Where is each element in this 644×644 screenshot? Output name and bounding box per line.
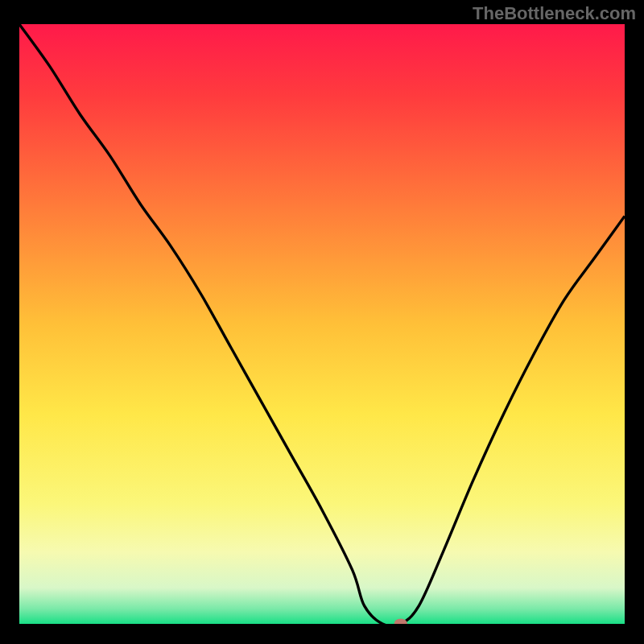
branding-text: TheBottleneck.com [473,3,636,24]
plot-area [19,24,625,624]
gradient-background [19,24,625,624]
chart-container: TheBottleneck.com [0,0,644,644]
bottleneck-chart [19,24,625,624]
